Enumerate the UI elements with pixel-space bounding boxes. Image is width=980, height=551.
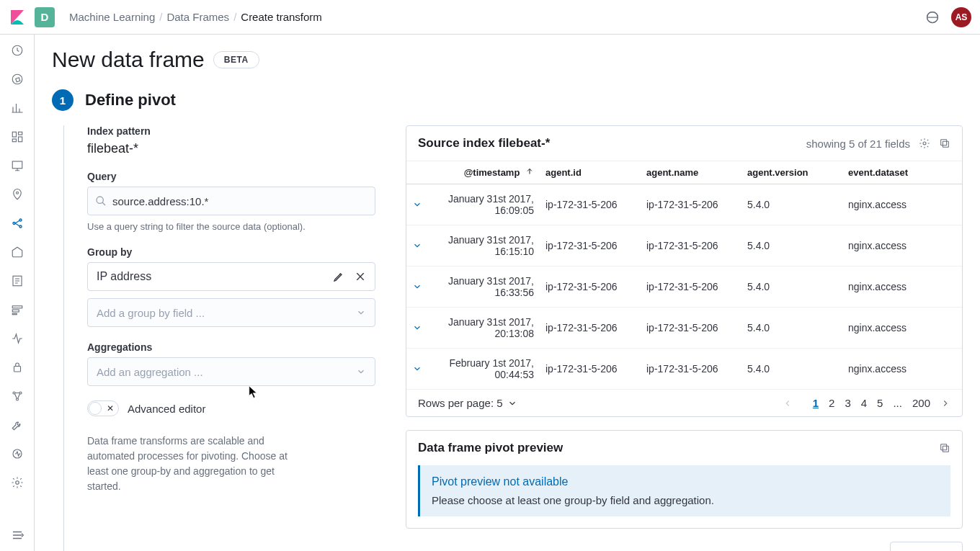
nav-monitoring-icon[interactable] xyxy=(10,447,24,461)
step-title: Define pivot xyxy=(85,91,176,109)
cell-timestamp: January 31st 2017, 16:15:10 xyxy=(435,225,540,266)
cell-dataset: nginx.access xyxy=(842,266,962,308)
page-number[interactable]: 3 xyxy=(845,397,850,409)
copy-icon[interactable] xyxy=(939,442,950,454)
pager: 12345...200 xyxy=(783,397,950,409)
col-timestamp[interactable]: @timestamp xyxy=(435,161,540,184)
svg-point-22 xyxy=(923,142,926,145)
cell-version: 5.4.0 xyxy=(741,184,842,225)
expand-row-icon[interactable] xyxy=(412,241,422,251)
cell-agent-name: ip-172-31-5-206 xyxy=(641,225,741,266)
cell-agent-id: ip-172-31-5-206 xyxy=(540,308,641,349)
edit-icon[interactable] xyxy=(333,271,344,282)
copy-icon[interactable] xyxy=(939,138,950,149)
col-event-dataset[interactable]: event.dataset xyxy=(842,161,962,184)
nav-siem-icon[interactable] xyxy=(10,360,24,375)
cell-timestamp: January 31st 2017, 16:33:56 xyxy=(435,266,540,308)
pivot-description: Data frame transforms are scalable and a… xyxy=(87,434,303,494)
breadcrumb-ml[interactable]: Machine Learning xyxy=(69,11,155,23)
source-panel-title: Source index filebeat-* xyxy=(418,136,550,151)
svg-rect-5 xyxy=(18,137,22,142)
gear-icon[interactable] xyxy=(919,138,930,149)
nav-devtools-icon[interactable] xyxy=(10,418,24,432)
breadcrumb-sep: / xyxy=(159,11,162,23)
page-number[interactable]: 4 xyxy=(861,397,867,409)
page-number[interactable]: 200 xyxy=(912,397,930,409)
expand-row-icon[interactable] xyxy=(412,364,422,374)
expand-row-icon[interactable] xyxy=(412,282,422,292)
avatar[interactable]: AS xyxy=(951,7,971,27)
step-number-badge: 1 xyxy=(52,89,74,111)
pivot-preview-panel: Data frame pivot preview Pivot preview n… xyxy=(406,430,963,529)
page-next-icon[interactable] xyxy=(940,398,950,408)
col-agent-id[interactable]: agent.id xyxy=(540,161,641,184)
nav-dashboard-icon[interactable] xyxy=(10,130,24,144)
search-icon xyxy=(95,195,107,207)
source-data-table: @timestamp agent.id agent.name agent.ver… xyxy=(406,161,962,390)
group-by-add-combo[interactable]: Add a group by field ... xyxy=(87,298,375,327)
col-agent-name[interactable]: agent.name xyxy=(641,161,741,184)
nav-collapse-icon[interactable] xyxy=(10,528,24,542)
cell-version: 5.4.0 xyxy=(741,308,842,349)
aggregation-placeholder: Add an aggregation ... xyxy=(97,366,203,378)
nav-logs-icon[interactable] xyxy=(10,274,24,288)
cell-agent-id: ip-172-31-5-206 xyxy=(540,184,641,225)
nav-visualize-icon[interactable] xyxy=(10,101,24,115)
nav-canvas-icon[interactable] xyxy=(10,158,24,173)
next-button[interactable]: Next xyxy=(890,542,963,551)
nav-ml-icon[interactable] xyxy=(10,216,24,230)
cell-agent-name: ip-172-31-5-206 xyxy=(641,349,741,390)
nav-recent-icon[interactable] xyxy=(10,43,24,58)
query-label: Query xyxy=(87,171,375,182)
nav-apm-icon[interactable] xyxy=(10,303,24,317)
svg-rect-4 xyxy=(18,132,22,135)
svg-point-21 xyxy=(97,197,103,203)
advanced-editor-toggle[interactable]: ✕ xyxy=(87,400,119,416)
table-row: January 31st 2017, 16:09:05 ip-172-31-5-… xyxy=(406,184,962,225)
breadcrumb-create: Create transform xyxy=(241,11,322,23)
table-row: January 31st 2017, 20:13:08 ip-172-31-5-… xyxy=(406,308,962,349)
space-selector[interactable]: D xyxy=(35,7,55,27)
svg-point-2 xyxy=(12,74,22,84)
rows-per-page[interactable]: Rows per page: 5 xyxy=(418,397,517,409)
beta-badge: BETA xyxy=(213,51,259,68)
expand-row-icon[interactable] xyxy=(412,200,422,210)
fields-showing-text: showing 5 of 21 fields xyxy=(806,138,910,150)
svg-rect-3 xyxy=(12,132,16,137)
group-by-label: Group by xyxy=(87,246,375,258)
nav-discover-icon[interactable] xyxy=(10,72,24,86)
cell-agent-id: ip-172-31-5-206 xyxy=(540,349,641,390)
close-icon[interactable] xyxy=(355,271,366,282)
aggregation-add-combo[interactable]: Add an aggregation ... xyxy=(87,357,375,386)
nav-uptime-icon[interactable] xyxy=(10,331,24,346)
query-input-wrapper[interactable] xyxy=(87,187,375,215)
nav-management-icon[interactable] xyxy=(10,475,24,490)
svg-rect-26 xyxy=(941,444,947,450)
query-input[interactable] xyxy=(112,195,368,207)
svg-rect-15 xyxy=(12,313,17,315)
cell-timestamp: February 1st 2017, 00:44:53 xyxy=(435,349,540,390)
svg-point-19 xyxy=(16,398,18,400)
cell-version: 5.4.0 xyxy=(741,225,842,266)
page-prev-icon[interactable] xyxy=(783,398,793,408)
expand-row-icon[interactable] xyxy=(412,323,422,333)
svg-rect-24 xyxy=(941,140,947,145)
cell-version: 5.4.0 xyxy=(741,349,842,390)
aggregations-label: Aggregations xyxy=(87,341,375,353)
nav-maps-icon[interactable] xyxy=(10,187,24,202)
newsfeed-icon[interactable] xyxy=(925,10,940,24)
nav-infrastructure-icon[interactable] xyxy=(10,245,24,259)
kibana-logo[interactable] xyxy=(9,9,26,26)
page-number[interactable]: 1 xyxy=(813,397,819,409)
chevron-down-icon xyxy=(356,308,366,318)
switch-knob xyxy=(89,402,102,415)
advanced-editor-label: Advanced editor xyxy=(128,403,205,415)
nav-graph-icon[interactable] xyxy=(10,389,24,403)
breadcrumb: Machine Learning / Data Frames / Create … xyxy=(69,11,326,23)
col-agent-version[interactable]: agent.version xyxy=(741,161,842,184)
page-number[interactable]: 2 xyxy=(829,397,834,409)
breadcrumb-dataframes[interactable]: Data Frames xyxy=(166,11,229,23)
index-pattern-value: filebeat-* xyxy=(87,141,375,156)
callout-body: Please choose at least one group-by fiel… xyxy=(432,494,939,506)
page-number[interactable]: 5 xyxy=(877,397,883,409)
